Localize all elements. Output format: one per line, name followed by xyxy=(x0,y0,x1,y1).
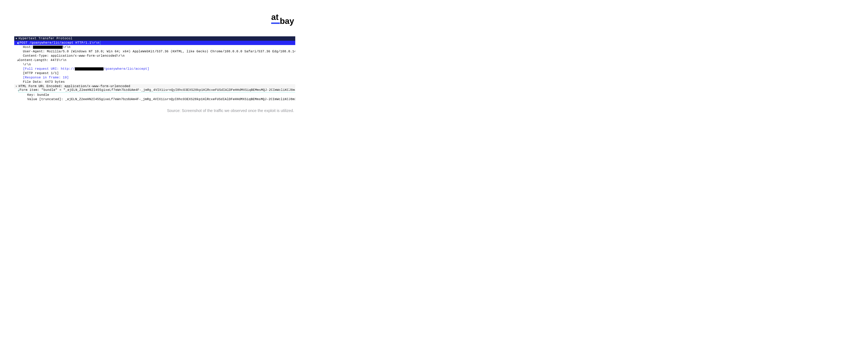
user-agent-text: User-Agent: Mozilla/5.0 (Windows NT 10.0… xyxy=(14,49,295,54)
file-data-row[interactable]: File Data: 4473 bytes xyxy=(14,80,295,84)
logo-bay: bay xyxy=(280,17,294,26)
wireshark-packet-details: ▼ Hypertext Transfer Protocol ▶ POST /go… xyxy=(14,36,295,101)
user-agent-row[interactable]: User-Agent: Mozilla/5.0 (Windows NT 10.0… xyxy=(14,49,295,54)
full-uri-suffix: /goanywhere/lic/accept] xyxy=(103,67,149,71)
full-uri-prefix: [Full request URI: http:// xyxy=(23,67,75,71)
http-request-row[interactable]: [HTTP request 1/1] xyxy=(14,71,295,76)
logo-at: at xyxy=(271,12,278,22)
host-row[interactable]: Host:\r\n xyxy=(14,45,295,49)
atbay-logo: atbay xyxy=(271,12,294,22)
request-line-row[interactable]: ▶ POST /goanywhere/lic/accept HTTP/1.1\r… xyxy=(14,41,295,45)
form-value-row[interactable]: Value [truncated]: _ejELN_Z2eeHN2I455gix… xyxy=(14,97,295,101)
chevron-down-icon: ▼ xyxy=(14,84,19,88)
form-value-text: Value [truncated]: _ejELN_Z2eeHN2I455gix… xyxy=(14,97,295,101)
content-type-text: Content-Type: application/x-www-form-url… xyxy=(14,54,295,58)
host-redacted xyxy=(33,46,63,49)
full-uri-row[interactable]: [Full request URI: http:///goanywhere/li… xyxy=(14,67,295,71)
chevron-right-icon: ▶ xyxy=(14,41,19,45)
crlf-text: \r\n xyxy=(14,62,295,67)
chevron-right-icon: ▶ xyxy=(14,58,19,62)
form-item-text: Form item: "bundle" = "_ejELN_Z2eeHN2I45… xyxy=(19,88,295,92)
host-label: Host: xyxy=(23,46,33,49)
chevron-down-icon: ▼ xyxy=(14,88,19,93)
protocol-header-label: Hypertext Transfer Protocol xyxy=(19,36,295,41)
content-length-text: Content-Length: 4473\r\n xyxy=(19,58,295,62)
request-line-text: POST /goanywhere/lic/accept HTTP/1.1\r\n xyxy=(19,41,100,45)
chevron-down-icon: ▼ xyxy=(14,36,19,41)
uri-host-redacted xyxy=(75,67,103,70)
form-item-row[interactable]: ▼ Form item: "bundle" = "_ejELN_Z2eeHN2I… xyxy=(14,88,295,93)
form-key-text: Key: bundle xyxy=(14,93,295,97)
form-key-row[interactable]: Key: bundle xyxy=(14,93,295,97)
crlf-row[interactable]: \r\n xyxy=(14,62,295,67)
form-header-text: HTML Form URL Encoded: application/x-www… xyxy=(19,84,295,88)
response-frame-row[interactable]: [Response in frame: 19] xyxy=(14,76,295,80)
content-type-row[interactable]: Content-Type: application/x-www-form-url… xyxy=(14,54,295,58)
host-trail: \r\n xyxy=(63,46,70,49)
file-data-text: File Data: 4473 bytes xyxy=(14,80,295,84)
protocol-header-row[interactable]: ▼ Hypertext Transfer Protocol xyxy=(14,36,295,41)
http-request-text: [HTTP request 1/1] xyxy=(14,71,295,76)
response-frame-text: [Response in frame: 19] xyxy=(14,76,295,80)
form-header-row[interactable]: ▼ HTML Form URL Encoded: application/x-w… xyxy=(14,84,295,88)
source-caption: Source: Screenshot of the traffic we obs… xyxy=(167,109,294,113)
content-length-row[interactable]: ▶ Content-Length: 4473\r\n xyxy=(14,58,295,62)
